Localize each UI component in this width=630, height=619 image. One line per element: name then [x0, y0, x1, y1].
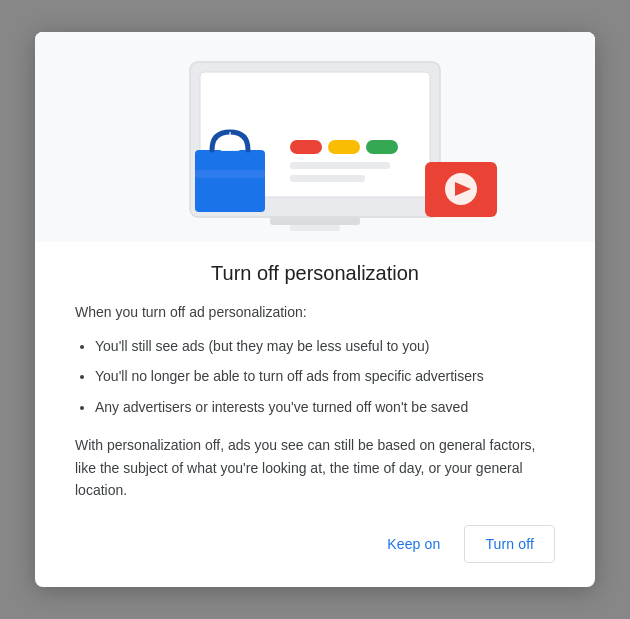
- svg-rect-6: [328, 140, 360, 154]
- svg-rect-11: [220, 137, 240, 151]
- dialog: Turn off personalization When you turn o…: [35, 32, 595, 588]
- list-item: You'll no longer be able to turn off ads…: [95, 365, 555, 387]
- svg-rect-9: [290, 175, 365, 182]
- list-item: Any advertisers or interests you've turn…: [95, 396, 555, 418]
- dialog-bullet-list: You'll still see ads (but they may be le…: [75, 335, 555, 418]
- turn-off-button[interactable]: Turn off: [464, 525, 555, 563]
- dialog-actions: Keep on Turn off: [35, 525, 595, 563]
- svg-rect-8: [290, 162, 390, 169]
- list-item: You'll still see ads (but they may be le…: [95, 335, 555, 357]
- svg-rect-13: [195, 170, 265, 178]
- dialog-footer-text: With personalization off, ads you see ca…: [75, 434, 555, 501]
- svg-rect-10: [195, 150, 265, 212]
- dialog-intro: When you turn off ad personalization:: [75, 301, 555, 323]
- illustration: [35, 32, 595, 242]
- dialog-content: Turn off personalization When you turn o…: [35, 262, 595, 502]
- keep-on-button[interactable]: Keep on: [371, 526, 456, 562]
- svg-rect-7: [366, 140, 398, 154]
- svg-rect-4: [290, 225, 340, 231]
- dialog-title: Turn off personalization: [75, 262, 555, 285]
- svg-rect-5: [290, 140, 322, 154]
- svg-rect-3: [270, 217, 360, 225]
